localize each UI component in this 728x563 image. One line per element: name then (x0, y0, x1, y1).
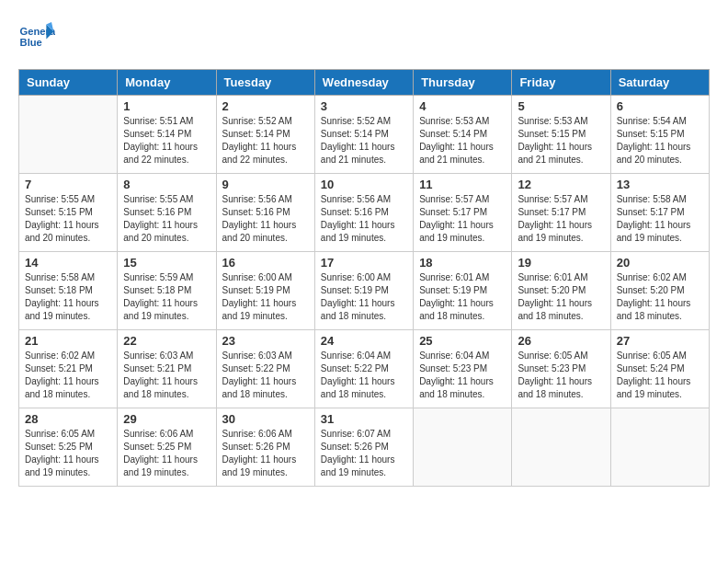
day-info: Sunrise: 5:57 AM Sunset: 5:17 PM Dayligh… (518, 193, 604, 245)
calendar-cell (19, 96, 118, 174)
day-info: Sunrise: 6:01 AM Sunset: 5:19 PM Dayligh… (419, 271, 506, 323)
calendar-cell: 9Sunrise: 5:56 AM Sunset: 5:16 PM Daylig… (216, 174, 314, 252)
day-info: Sunrise: 5:57 AM Sunset: 5:17 PM Dayligh… (419, 193, 506, 245)
day-header-wednesday: Wednesday (314, 70, 413, 96)
calendar-cell: 1Sunrise: 5:51 AM Sunset: 5:14 PM Daylig… (118, 96, 216, 174)
day-number: 22 (123, 334, 210, 348)
calendar-cell: 31Sunrise: 6:07 AM Sunset: 5:26 PM Dayli… (314, 408, 413, 487)
calendar-cell: 10Sunrise: 5:56 AM Sunset: 5:16 PM Dayli… (314, 174, 413, 252)
day-number: 27 (617, 334, 703, 348)
day-number: 6 (617, 99, 703, 113)
day-info: Sunrise: 6:03 AM Sunset: 5:22 PM Dayligh… (222, 350, 309, 401)
calendar-cell: 4Sunrise: 5:53 AM Sunset: 5:14 PM Daylig… (414, 96, 512, 174)
day-info: Sunrise: 5:58 AM Sunset: 5:18 PM Dayligh… (25, 271, 111, 323)
day-number: 16 (222, 256, 309, 270)
day-number: 2 (222, 99, 309, 113)
logo-icon: General Blue (18, 18, 55, 55)
week-row-3: 14Sunrise: 5:58 AM Sunset: 5:18 PM Dayli… (19, 252, 710, 330)
day-number: 14 (25, 256, 111, 270)
calendar-cell: 12Sunrise: 5:57 AM Sunset: 5:17 PM Dayli… (512, 174, 610, 252)
day-info: Sunrise: 5:53 AM Sunset: 5:14 PM Dayligh… (419, 115, 506, 167)
day-number: 30 (222, 412, 309, 426)
day-info: Sunrise: 6:06 AM Sunset: 5:26 PM Dayligh… (222, 428, 309, 479)
day-info: Sunrise: 5:56 AM Sunset: 5:16 PM Dayligh… (222, 193, 309, 245)
day-number: 23 (222, 334, 309, 348)
day-number: 8 (123, 178, 210, 191)
day-info: Sunrise: 5:55 AM Sunset: 5:16 PM Dayligh… (123, 193, 210, 245)
day-number: 17 (321, 256, 407, 270)
calendar-cell: 8Sunrise: 5:55 AM Sunset: 5:16 PM Daylig… (118, 174, 216, 252)
day-header-saturday: Saturday (610, 70, 709, 96)
day-info: Sunrise: 5:54 AM Sunset: 5:15 PM Dayligh… (617, 115, 703, 167)
week-row-4: 21Sunrise: 6:02 AM Sunset: 5:21 PM Dayli… (19, 330, 710, 408)
calendar-cell: 3Sunrise: 5:52 AM Sunset: 5:14 PM Daylig… (314, 96, 413, 174)
calendar-cell: 25Sunrise: 6:04 AM Sunset: 5:23 PM Dayli… (414, 330, 512, 408)
calendar-cell: 19Sunrise: 6:01 AM Sunset: 5:20 PM Dayli… (512, 252, 610, 330)
day-info: Sunrise: 6:04 AM Sunset: 5:22 PM Dayligh… (321, 350, 407, 401)
logo: General Blue (18, 18, 59, 55)
calendar-cell: 7Sunrise: 5:55 AM Sunset: 5:15 PM Daylig… (19, 174, 118, 252)
day-number: 7 (25, 178, 111, 191)
day-info: Sunrise: 5:56 AM Sunset: 5:16 PM Dayligh… (321, 193, 407, 245)
day-number: 9 (222, 178, 309, 191)
day-number: 26 (518, 334, 604, 348)
day-number: 4 (419, 99, 506, 113)
day-info: Sunrise: 6:01 AM Sunset: 5:20 PM Dayligh… (518, 271, 604, 323)
day-number: 19 (518, 256, 604, 270)
calendar-cell: 26Sunrise: 6:05 AM Sunset: 5:23 PM Dayli… (512, 330, 610, 408)
day-header-thursday: Thursday (414, 70, 512, 96)
calendar-cell: 28Sunrise: 6:05 AM Sunset: 5:25 PM Dayli… (19, 408, 118, 487)
day-number: 21 (25, 334, 111, 348)
day-header-row: SundayMondayTuesdayWednesdayThursdayFrid… (19, 70, 710, 96)
calendar-cell (610, 408, 709, 487)
day-info: Sunrise: 5:51 AM Sunset: 5:14 PM Dayligh… (123, 115, 210, 167)
calendar-cell: 13Sunrise: 5:58 AM Sunset: 5:17 PM Dayli… (610, 174, 709, 252)
day-number: 31 (321, 412, 407, 426)
calendar-cell (512, 408, 610, 487)
svg-text:Blue: Blue (20, 37, 42, 48)
day-number: 13 (617, 178, 703, 191)
day-info: Sunrise: 5:52 AM Sunset: 5:14 PM Dayligh… (222, 115, 309, 167)
day-info: Sunrise: 6:00 AM Sunset: 5:19 PM Dayligh… (222, 271, 309, 323)
day-header-friday: Friday (512, 70, 610, 96)
page-header: General Blue (18, 18, 710, 60)
day-number: 5 (518, 99, 604, 113)
calendar-cell: 30Sunrise: 6:06 AM Sunset: 5:26 PM Dayli… (216, 408, 314, 487)
day-number: 1 (123, 99, 210, 113)
day-number: 10 (321, 178, 407, 191)
day-number: 28 (25, 412, 111, 426)
calendar-cell: 11Sunrise: 5:57 AM Sunset: 5:17 PM Dayli… (414, 174, 512, 252)
day-info: Sunrise: 6:06 AM Sunset: 5:25 PM Dayligh… (123, 428, 210, 479)
day-info: Sunrise: 6:04 AM Sunset: 5:23 PM Dayligh… (419, 350, 506, 401)
day-number: 20 (617, 256, 703, 270)
day-header-tuesday: Tuesday (216, 70, 314, 96)
day-info: Sunrise: 6:02 AM Sunset: 5:20 PM Dayligh… (617, 271, 703, 323)
calendar-cell: 21Sunrise: 6:02 AM Sunset: 5:21 PM Dayli… (19, 330, 118, 408)
day-info: Sunrise: 6:05 AM Sunset: 5:23 PM Dayligh… (518, 350, 604, 401)
day-info: Sunrise: 5:52 AM Sunset: 5:14 PM Dayligh… (321, 115, 407, 167)
week-row-1: 1Sunrise: 5:51 AM Sunset: 5:14 PM Daylig… (19, 96, 710, 174)
week-row-5: 28Sunrise: 6:05 AM Sunset: 5:25 PM Dayli… (19, 408, 710, 487)
calendar-cell: 18Sunrise: 6:01 AM Sunset: 5:19 PM Dayli… (414, 252, 512, 330)
calendar-cell: 27Sunrise: 6:05 AM Sunset: 5:24 PM Dayli… (610, 330, 709, 408)
calendar-cell: 24Sunrise: 6:04 AM Sunset: 5:22 PM Dayli… (314, 330, 413, 408)
day-number: 15 (123, 256, 210, 270)
week-row-2: 7Sunrise: 5:55 AM Sunset: 5:15 PM Daylig… (19, 174, 710, 252)
day-number: 11 (419, 178, 506, 191)
calendar-cell: 2Sunrise: 5:52 AM Sunset: 5:14 PM Daylig… (216, 96, 314, 174)
day-info: Sunrise: 6:00 AM Sunset: 5:19 PM Dayligh… (321, 271, 407, 323)
day-info: Sunrise: 6:03 AM Sunset: 5:21 PM Dayligh… (123, 350, 210, 401)
day-header-monday: Monday (118, 70, 216, 96)
calendar-cell: 6Sunrise: 5:54 AM Sunset: 5:15 PM Daylig… (610, 96, 709, 174)
day-number: 12 (518, 178, 604, 191)
day-info: Sunrise: 5:55 AM Sunset: 5:15 PM Dayligh… (25, 193, 111, 245)
calendar-cell: 29Sunrise: 6:06 AM Sunset: 5:25 PM Dayli… (118, 408, 216, 487)
day-info: Sunrise: 5:59 AM Sunset: 5:18 PM Dayligh… (123, 271, 210, 323)
day-info: Sunrise: 6:05 AM Sunset: 5:25 PM Dayligh… (25, 428, 111, 479)
calendar-cell: 14Sunrise: 5:58 AM Sunset: 5:18 PM Dayli… (19, 252, 118, 330)
day-info: Sunrise: 6:02 AM Sunset: 5:21 PM Dayligh… (25, 350, 111, 401)
calendar-cell: 20Sunrise: 6:02 AM Sunset: 5:20 PM Dayli… (610, 252, 709, 330)
calendar-cell (414, 408, 512, 487)
calendar-table: SundayMondayTuesdayWednesdayThursdayFrid… (18, 69, 710, 487)
day-number: 25 (419, 334, 506, 348)
